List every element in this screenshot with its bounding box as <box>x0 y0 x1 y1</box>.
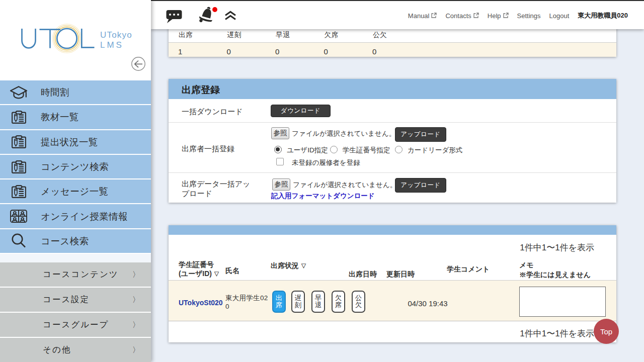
svg-text:LMS: LMS <box>100 40 124 50</box>
svg-text:UTokyo: UTokyo <box>100 30 132 40</box>
